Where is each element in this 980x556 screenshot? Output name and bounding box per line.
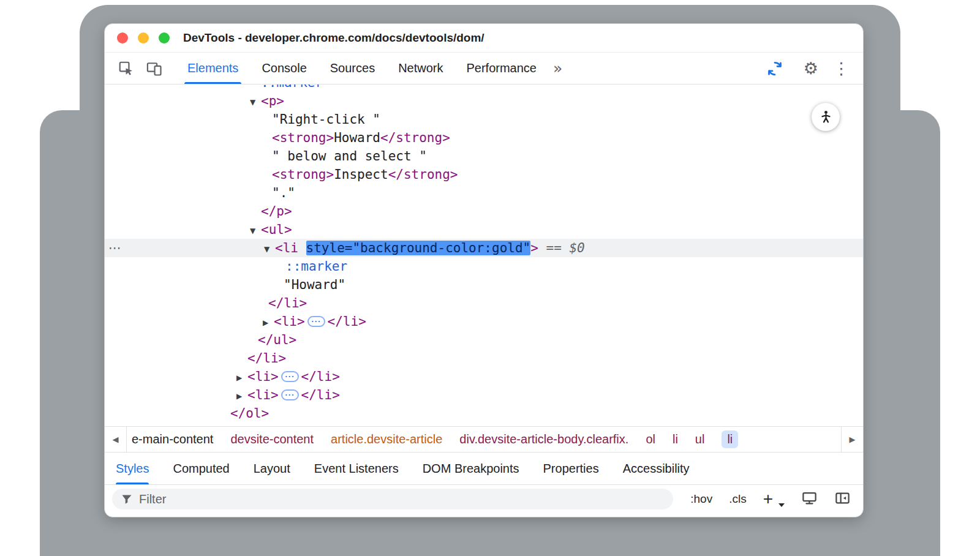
- device-toolbar-icon[interactable]: [145, 59, 164, 78]
- tab-accessibility[interactable]: Accessibility: [623, 453, 690, 484]
- page: DevTools - developer.chrome.com/docs/dev…: [0, 0, 980, 556]
- dom-tree-line[interactable]: ▶<li>⋯</li>: [105, 386, 863, 404]
- dom-tree-line[interactable]: ⋯▼<li style="background-color:gold"> == …: [105, 239, 863, 257]
- dom-tree-line[interactable]: ▼<ul>: [105, 220, 863, 239]
- breadcrumb: e-main-contentdevsite-contentarticle.dev…: [127, 427, 841, 452]
- tab-layout[interactable]: Layout: [254, 453, 290, 484]
- disclosure-expanded-icon[interactable]: ▼: [250, 222, 261, 240]
- settings-gear-icon[interactable]: ⚙: [804, 60, 818, 77]
- pseudo-element-token: ::marker: [285, 259, 347, 274]
- dom-tree-line[interactable]: ▶<li>⋯</li>: [105, 367, 863, 386]
- close-button[interactable]: [117, 32, 128, 43]
- tag-token: <strong>: [272, 130, 334, 145]
- dom-tree-line[interactable]: <strong>Howard</strong>: [105, 129, 863, 147]
- left-arrow-icon: ◀: [113, 435, 119, 444]
- expand-children-button[interactable]: ⋯: [281, 389, 299, 400]
- tab-styles[interactable]: Styles: [116, 453, 149, 484]
- breadcrumb-item[interactable]: li: [673, 432, 678, 446]
- rotate-arrows-icon[interactable]: [765, 59, 785, 78]
- tag-token: <li>: [274, 314, 305, 329]
- dom-tree-line[interactable]: "Right-click ": [105, 110, 863, 129]
- dom-tree: ::marker▼<p>"Right-click "<strong>Howard…: [105, 85, 863, 426]
- minimize-button[interactable]: [138, 32, 149, 43]
- tab-properties[interactable]: Properties: [543, 453, 599, 484]
- tag-token: </p>: [261, 204, 292, 219]
- dom-tree-line[interactable]: ::marker: [105, 85, 863, 92]
- filter-placeholder: Filter: [139, 492, 166, 506]
- kebab-menu-icon[interactable]: ⋮: [833, 60, 850, 77]
- selected-attribute: style="background-color:gold": [306, 241, 531, 255]
- inspect-element-icon[interactable]: [116, 59, 136, 78]
- funnel-icon: [121, 493, 133, 505]
- breadcrumb-item[interactable]: div.devsite-article-body.clearfix.: [459, 432, 628, 446]
- tab-network[interactable]: Network: [386, 53, 454, 84]
- dom-tree-line[interactable]: </p>: [105, 202, 863, 220]
- breadcrumb-scroll-right-button[interactable]: ▶: [841, 427, 863, 452]
- row-more-actions-icon[interactable]: ⋯: [108, 239, 121, 257]
- breadcrumb-item[interactable]: ol: [646, 432, 655, 446]
- text-node: Inspect: [334, 167, 388, 182]
- tab-elements[interactable]: Elements: [176, 53, 250, 84]
- tag-token: </li>: [301, 369, 340, 384]
- breadcrumb-scroll-left-button[interactable]: ◀: [105, 427, 127, 452]
- toggle-element-state-button[interactable]: :hov: [690, 492, 712, 506]
- text-node: ".": [272, 186, 295, 200]
- breadcrumb-item[interactable]: devsite-content: [230, 432, 314, 446]
- tag-token: </li>: [328, 314, 366, 329]
- tag-token: <li>: [247, 388, 279, 402]
- tag-token: </ol>: [230, 406, 269, 421]
- dom-tree-line[interactable]: ▼<p>: [105, 92, 863, 110]
- breadcrumb-item[interactable]: e-main-content: [132, 432, 213, 446]
- tab-event-listeners[interactable]: Event Listeners: [314, 453, 399, 484]
- tag-token: <li: [275, 241, 306, 255]
- new-style-rule-button[interactable]: +: [763, 490, 773, 508]
- text-node: "Right-click ": [272, 112, 380, 127]
- dom-tree-line[interactable]: ▶<li>⋯</li>: [105, 312, 863, 331]
- tag-token: <p>: [261, 94, 284, 108]
- dom-tree-line[interactable]: ::marker: [105, 257, 863, 276]
- tab-performance[interactable]: Performance: [455, 53, 549, 84]
- disclosure-collapsed-icon[interactable]: ▶: [236, 369, 247, 387]
- toggle-sidebar-icon[interactable]: [834, 490, 851, 509]
- tag-token: >: [530, 241, 538, 255]
- dom-tree-line[interactable]: ".": [105, 184, 863, 202]
- styles-controls: :hov .cls +: [690, 490, 851, 509]
- breadcrumb-item[interactable]: article.devsite-article: [331, 432, 442, 446]
- tag-token: </strong>: [388, 167, 458, 182]
- tag-token: </ul>: [258, 332, 296, 347]
- main-toolbar: ElementsConsoleSourcesNetworkPerformance…: [105, 53, 863, 85]
- text-node: Howard: [334, 130, 380, 145]
- dom-tree-line[interactable]: "Howard": [105, 276, 863, 294]
- toggle-classes-button[interactable]: .cls: [729, 492, 747, 506]
- zoom-button[interactable]: [159, 32, 170, 43]
- disclosure-expanded-icon[interactable]: ▼: [250, 93, 261, 111]
- tab-console[interactable]: Console: [250, 53, 318, 84]
- filter-input[interactable]: Filter: [112, 489, 673, 509]
- dollar-zero-badge: $0: [569, 241, 584, 255]
- disclosure-expanded-icon[interactable]: ▼: [264, 240, 275, 258]
- breadcrumb-item[interactable]: ul: [695, 432, 705, 446]
- right-arrow-icon: ▶: [850, 435, 856, 444]
- more-tabs-icon[interactable]: »: [553, 59, 562, 77]
- tab-computed[interactable]: Computed: [173, 453, 229, 484]
- text-node: "Howard": [284, 277, 345, 292]
- new-style-rule-caret-icon[interactable]: [778, 503, 785, 507]
- expand-children-button[interactable]: ⋯: [307, 316, 325, 327]
- disclosure-collapsed-icon[interactable]: ▶: [263, 314, 274, 332]
- dom-tree-line[interactable]: <strong>Inspect</strong>: [105, 165, 863, 184]
- dom-tree-line[interactable]: </ul>: [105, 331, 863, 349]
- dom-tree-line[interactable]: </li>: [105, 294, 863, 312]
- accessibility-button[interactable]: [812, 103, 840, 131]
- dom-tree-line[interactable]: " below and select ": [105, 147, 863, 165]
- expand-children-button[interactable]: ⋯: [281, 371, 299, 382]
- panel-tabs: ElementsConsoleSourcesNetworkPerformance: [176, 53, 548, 84]
- tag-token: </li>: [301, 388, 340, 402]
- rendering-emulations-icon[interactable]: [801, 490, 818, 509]
- tab-sources[interactable]: Sources: [318, 53, 386, 84]
- dom-tree-line[interactable]: </ol>: [105, 404, 863, 423]
- tab-dom-breakpoints[interactable]: DOM Breakpoints: [423, 453, 519, 484]
- disclosure-collapsed-icon[interactable]: ▶: [236, 387, 247, 405]
- breadcrumb-item-selected[interactable]: li: [722, 430, 738, 448]
- dom-tree-line[interactable]: </li>: [105, 349, 863, 367]
- tag-token: <li>: [247, 369, 279, 384]
